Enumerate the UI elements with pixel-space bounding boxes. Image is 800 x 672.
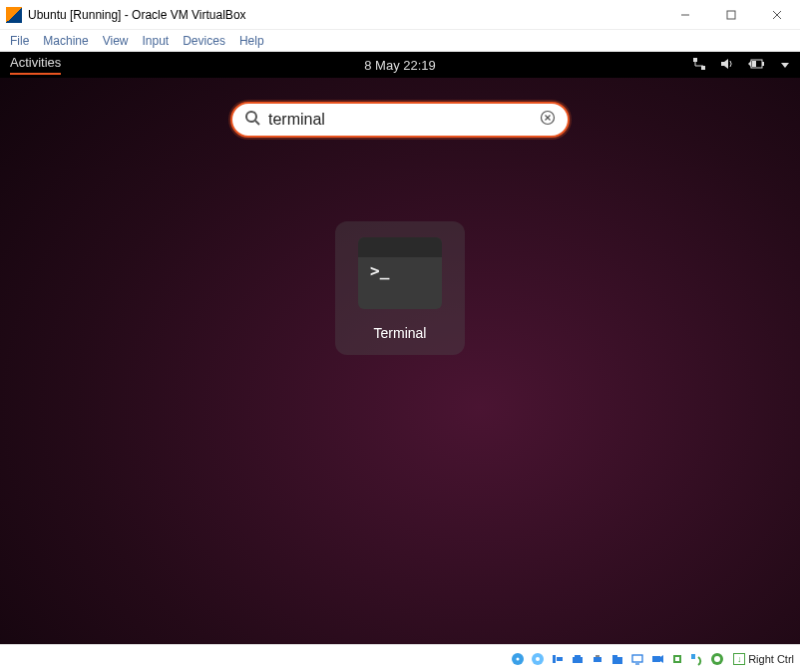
vbox-titlebar: Ubuntu [Running] - Oracle VM VirtualBox xyxy=(0,0,800,30)
svg-rect-25 xyxy=(594,657,601,662)
menu-view[interactable]: View xyxy=(103,34,129,48)
svg-point-37 xyxy=(714,656,720,662)
svg-rect-35 xyxy=(691,654,695,659)
search-result-label: Terminal xyxy=(345,325,455,341)
menu-input[interactable]: Input xyxy=(143,34,170,48)
virtualbox-logo-icon xyxy=(6,7,22,23)
network-adapter-icon[interactable] xyxy=(570,651,586,667)
svg-rect-27 xyxy=(612,657,622,664)
menu-file[interactable]: File xyxy=(10,34,29,48)
chevron-down-icon xyxy=(780,58,790,73)
svg-rect-24 xyxy=(575,655,581,657)
host-key-label: Right Ctrl xyxy=(748,653,794,665)
svg-rect-34 xyxy=(675,657,679,661)
vbox-statusbar: ↓ Right Ctrl xyxy=(0,644,800,672)
svg-line-13 xyxy=(255,121,259,125)
wired-network-icon xyxy=(692,57,706,74)
keyboard-icon[interactable] xyxy=(709,651,725,667)
search-result-terminal[interactable]: >_ Terminal xyxy=(335,221,465,355)
menu-machine[interactable]: Machine xyxy=(43,34,88,48)
recording-icon[interactable] xyxy=(649,651,665,667)
battery-charging-icon xyxy=(748,57,766,74)
host-key-arrow-icon: ↓ xyxy=(733,653,745,665)
search-icon xyxy=(244,110,260,130)
hard-disk-icon[interactable] xyxy=(510,651,526,667)
terminal-app-icon: >_ xyxy=(358,237,442,309)
menu-help[interactable]: Help xyxy=(239,34,264,48)
svg-rect-23 xyxy=(573,657,583,663)
clock[interactable]: 8 May 22:19 xyxy=(364,58,436,73)
usb-icon[interactable] xyxy=(590,651,605,667)
svg-rect-5 xyxy=(701,66,705,70)
svg-point-12 xyxy=(246,112,256,122)
search-input[interactable] xyxy=(260,111,540,129)
svg-rect-4 xyxy=(693,58,697,62)
volume-icon xyxy=(720,57,734,74)
optical-disk-icon[interactable] xyxy=(530,651,546,667)
svg-rect-21 xyxy=(553,655,556,663)
gnome-topbar: Activities 8 May 22:19 xyxy=(0,52,800,78)
system-indicators[interactable] xyxy=(692,57,790,74)
clear-search-icon[interactable] xyxy=(540,110,556,130)
svg-rect-28 xyxy=(612,655,617,658)
display-icon[interactable] xyxy=(629,651,645,667)
host-key-indicator[interactable]: ↓ Right Ctrl xyxy=(729,653,794,665)
svg-point-18 xyxy=(517,657,520,660)
audio-icon[interactable] xyxy=(550,651,566,667)
guest-display[interactable]: Activities 8 May 22:19 xyxy=(0,52,800,644)
svg-rect-26 xyxy=(596,655,600,657)
vbox-menubar: File Machine View Input Devices Help xyxy=(0,30,800,52)
svg-marker-32 xyxy=(660,655,663,663)
menu-devices[interactable]: Devices xyxy=(183,34,225,48)
svg-rect-1 xyxy=(727,11,735,19)
svg-rect-9 xyxy=(752,61,756,67)
activities-button[interactable]: Activities xyxy=(10,55,61,75)
minimize-button[interactable] xyxy=(662,0,708,30)
overview-search[interactable] xyxy=(230,102,570,138)
svg-rect-8 xyxy=(762,62,764,66)
svg-marker-6 xyxy=(721,59,728,69)
svg-marker-10 xyxy=(748,61,751,67)
mouse-integration-icon[interactable] xyxy=(689,651,705,667)
shared-folder-icon[interactable] xyxy=(609,651,625,667)
close-button[interactable] xyxy=(754,0,800,30)
maximize-button[interactable] xyxy=(708,0,754,30)
svg-rect-22 xyxy=(557,657,563,661)
svg-rect-31 xyxy=(652,656,660,662)
svg-marker-11 xyxy=(781,63,789,68)
cpu-icon[interactable] xyxy=(669,651,685,667)
svg-rect-29 xyxy=(632,655,642,662)
window-title: Ubuntu [Running] - Oracle VM VirtualBox xyxy=(28,8,246,22)
svg-point-20 xyxy=(536,657,540,661)
